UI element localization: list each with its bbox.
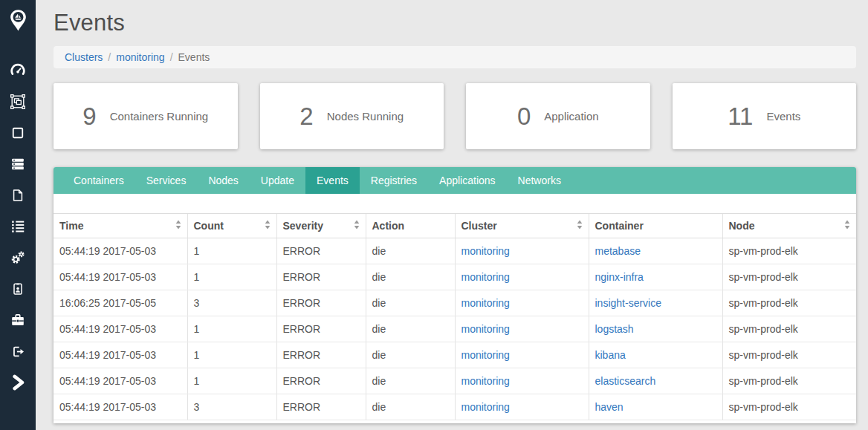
cell-count: 3 — [187, 394, 276, 420]
cell-cluster: monitoring — [455, 394, 589, 420]
breadcrumb-clusters-link[interactable]: Clusters — [65, 51, 103, 63]
column-header-time[interactable]: Time — [54, 214, 187, 238]
sidebar-item-toolbox[interactable] — [0, 304, 36, 336]
cell-count: 1 — [187, 316, 276, 342]
breadcrumb: Clusters/monitoring/Events — [54, 46, 856, 68]
cell-time: 05:44:19 2017-05-03 — [54, 238, 187, 264]
container-link[interactable]: elasticsearch — [595, 375, 656, 387]
container-link[interactable]: insight-service — [595, 297, 661, 309]
breadcrumb-monitoring-link[interactable]: monitoring — [116, 51, 164, 63]
table-header-row: Time Count Severity Action Cluster Conta… — [54, 214, 856, 238]
tab-nodes[interactable]: Nodes — [197, 167, 249, 194]
cluster-link[interactable]: monitoring — [461, 349, 510, 361]
sort-icon — [577, 220, 583, 232]
stats-row: 9 Containers Running 2 Nodes Running 0 A… — [54, 83, 856, 149]
cell-severity: ERROR — [276, 342, 366, 368]
cluster-link[interactable]: monitoring — [461, 245, 510, 257]
stat-card-events: 11 Events — [673, 83, 857, 149]
cell-action: die — [366, 342, 455, 368]
cell-action: die — [366, 316, 455, 342]
tab-events[interactable]: Events — [305, 167, 360, 194]
tab-networks[interactable]: Networks — [507, 167, 572, 194]
cell-cluster: monitoring — [455, 264, 589, 290]
cluster-link[interactable]: monitoring — [461, 297, 510, 309]
cell-count: 3 — [187, 290, 276, 316]
events-table-wrap: Time Count Severity Action Cluster Conta… — [54, 194, 856, 423]
cluster-box-icon — [10, 94, 26, 110]
column-header-container: Container — [589, 214, 722, 238]
cell-cluster: monitoring — [455, 290, 589, 316]
cell-container: metabase — [589, 238, 722, 264]
sidebar-item-dashboard[interactable] — [0, 55, 36, 86]
stat-card-nodes-running: 2 Nodes Running — [260, 83, 444, 149]
cluster-link[interactable]: monitoring — [461, 271, 510, 283]
sidebar-item-containers[interactable] — [0, 117, 36, 149]
sort-icon — [265, 220, 271, 232]
list-icon — [10, 218, 26, 235]
cell-severity: ERROR — [276, 290, 366, 316]
app-logo[interactable] — [0, 8, 36, 32]
container-link[interactable]: haven — [595, 401, 624, 413]
column-header-count[interactable]: Count — [187, 214, 276, 238]
cell-action: die — [366, 238, 455, 264]
cell-count: 1 — [187, 342, 276, 368]
toolbox-icon — [10, 312, 26, 328]
container-link[interactable]: metabase — [595, 245, 641, 257]
sign-out-icon — [11, 345, 25, 359]
sidebar-item-clusters[interactable] — [0, 86, 36, 117]
cluster-link[interactable]: monitoring — [461, 323, 510, 335]
container-link[interactable]: kibana — [595, 349, 626, 361]
cell-severity: ERROR — [276, 316, 366, 342]
cell-severity: ERROR — [276, 238, 366, 264]
breadcrumb-separator: / — [170, 51, 173, 63]
container-link[interactable]: logstash — [595, 323, 634, 335]
cell-time: 05:44:19 2017-05-03 — [54, 316, 187, 342]
cell-count: 1 — [187, 264, 276, 290]
cluster-link[interactable]: monitoring — [461, 401, 510, 413]
column-header-severity[interactable]: Severity — [276, 214, 366, 238]
tab-registries[interactable]: Registries — [360, 167, 428, 194]
breadcrumb-current: Events — [178, 51, 210, 63]
stat-value: 0 — [517, 102, 531, 131]
cell-cluster: monitoring — [455, 238, 589, 264]
document-icon — [10, 188, 25, 203]
sidebar-item-images[interactable] — [0, 180, 36, 211]
sidebar-item-settings[interactable] — [0, 242, 36, 273]
table-row: 05:44:19 2017-05-03 3 ERROR die monitori… — [54, 394, 856, 420]
tab-update[interactable]: Update — [250, 167, 305, 194]
cell-cluster: monitoring — [455, 368, 589, 394]
cell-container: insight-service — [589, 290, 722, 316]
cell-severity: ERROR — [276, 264, 366, 290]
stat-value: 11 — [728, 102, 753, 131]
tab-applications[interactable]: Applications — [428, 167, 507, 194]
cell-cluster: monitoring — [455, 342, 589, 368]
cell-count: 1 — [187, 368, 276, 394]
cell-container: kibana — [589, 342, 722, 368]
sort-icon — [354, 220, 360, 232]
column-header-node[interactable]: Node — [722, 214, 856, 238]
container-link[interactable]: nginx-infra — [595, 271, 644, 283]
cell-node: sp-vm-prod-elk — [722, 368, 856, 394]
container-square-icon — [10, 126, 25, 140]
sidebar-item-nodes[interactable] — [0, 149, 36, 180]
cell-time: 05:44:19 2017-05-03 — [54, 368, 187, 394]
cluster-link[interactable]: monitoring — [461, 375, 510, 387]
cell-action: die — [366, 290, 455, 316]
sidebar-item-sign-out[interactable] — [0, 336, 36, 367]
breadcrumb-separator: / — [108, 51, 111, 63]
sidebar-expand-toggle[interactable] — [0, 367, 36, 398]
cell-time: 05:44:19 2017-05-03 — [54, 394, 187, 420]
stat-label: Nodes Running — [327, 110, 404, 123]
cell-container: logstash — [589, 316, 722, 342]
tab-services[interactable]: Services — [135, 167, 198, 194]
tab-containers[interactable]: Containers — [62, 167, 135, 194]
sidebar-item-events-list[interactable] — [0, 211, 36, 242]
cell-container: elasticsearch — [589, 368, 722, 394]
table-row: 05:44:19 2017-05-03 1 ERROR die monitori… — [54, 342, 856, 368]
column-header-cluster[interactable]: Cluster — [455, 214, 589, 238]
events-table: Time Count Severity Action Cluster Conta… — [54, 213, 856, 420]
main-content: Events Clusters/monitoring/Events 9 Cont… — [36, 10, 868, 423]
cell-time: 05:44:19 2017-05-03 — [54, 264, 187, 290]
cell-node: sp-vm-prod-elk — [722, 264, 856, 290]
sidebar-item-accounts[interactable] — [0, 273, 36, 304]
